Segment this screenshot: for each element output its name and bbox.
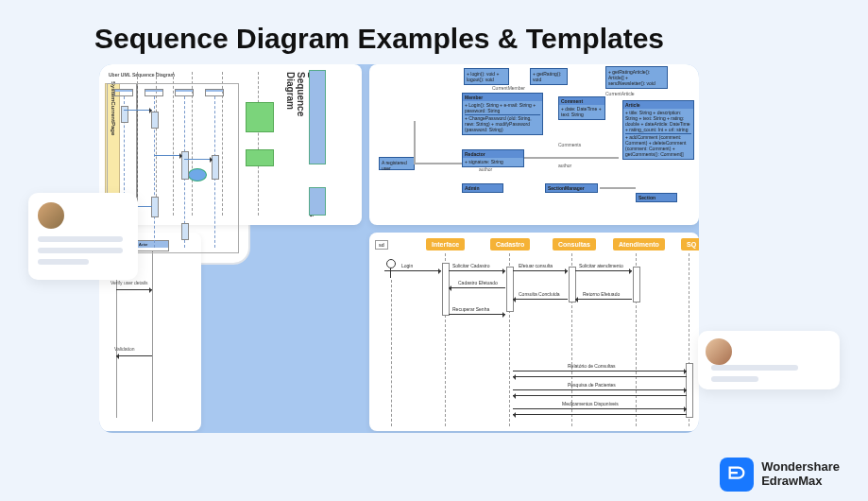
ref-current-article: CurrentArticle [605,91,635,96]
msg-solicitar-atendimento: Solicitar atendimento [579,263,623,268]
msg-solicitar-cadastro: Solicitar Cadastro [452,263,489,268]
arrow [513,270,568,271]
activation [181,223,189,240]
lifeline-sq: SQ [681,238,699,250]
actor-head [386,259,396,268]
comment-bubble-right [698,331,840,389]
msg-login: Login [401,263,413,268]
lifeline [258,72,259,216]
brand-logo: Wondershare EdrawMax [720,458,840,492]
activation [151,112,159,129]
class-section: Section [636,193,677,202]
connector [414,121,416,164]
lifeline-consultas: Consultas [553,238,596,250]
arrow [184,159,213,160]
lifeline-interface: Interface [426,238,465,250]
arrow [513,376,687,377]
msg-validate: Validation [114,346,135,352]
product-name: EdrawMax [761,475,840,489]
arrow [513,408,687,409]
arrow [124,110,152,111]
lifeline [391,280,392,426]
activation-green [246,102,274,132]
text-placeholder-line [711,365,798,371]
arrow [513,299,568,300]
class-member: Member+ Login(): String + e-mail: String… [462,93,543,135]
text-placeholder-line [38,248,123,253]
arrow [154,155,182,156]
class-top1: + login(): void + logout(): void [464,68,509,85]
arrow-verify [116,289,152,290]
text-placeholder-line [711,376,758,382]
frame-label: sd [375,240,388,250]
msg-consulta-concluida: Consulta Concluída [519,291,560,297]
avatar [38,202,64,229]
lifeline-head [114,89,133,96]
msg-retorno-efetuado: Retorno Efetuado [583,291,620,297]
msg-medicamentos: Medicamentos Disponíveis [562,401,619,406]
class-comment: Comment+ date: DateTime + text: String [558,96,605,120]
avatar [706,338,732,365]
arrow-validate [116,355,152,356]
ref-current-member: CurrentMember [492,85,525,91]
class-redactor: Redactor+ signature: String [462,149,524,167]
template-card-class-diagram: + login(): void + logout(): void + getRa… [369,64,699,225]
msg-verify: Verify user details [111,280,147,285]
template-card-cadastro-sequence: sd Interface Cadastro Consultas Atendime… [369,233,699,431]
activation-green [246,149,274,166]
lifeline-box-blue [309,70,326,164]
activation [121,106,128,123]
class-top3: + getRatingArticle(): Article[] + sendNe… [605,66,668,89]
connector [524,157,619,159]
arrow [513,389,687,390]
msg-cadastro-efetuado: Cadastro Efetuado [458,280,498,285]
msg-recuperar-senha: Recuperar Senha [452,306,489,312]
ref-author: author [479,166,492,172]
arrow [513,395,687,396]
class-top2: + getRating(): void [530,68,568,85]
class-admin: Admin [462,183,503,193]
lifeline-box-class [309,187,326,216]
ref-comments: Comments [558,142,581,147]
msg-efetuar-consulta: Efetuar consulta [519,263,553,268]
arrow [449,270,505,271]
comment-bubble-left [28,193,138,280]
arrow [449,287,505,288]
ref-author2: author [558,163,571,168]
page-title: Sequence Diagram Examples & Templates [94,23,664,55]
msg-pesquisa: Pesquisa de Pacientes [568,382,616,388]
phone-title: Uber UML Sequence Diagram [109,72,175,78]
lifeline-cadastro: Cadastro [490,238,530,250]
msg-relatorio: Relatório de Consultas [568,363,616,369]
text-placeholder-line [38,236,123,242]
lifeline-atendimento: Atendimento [613,238,665,250]
lifeline-head [205,89,224,96]
arrow [513,414,687,415]
template-collage: L Sequence Diagram Class SystemCurrentPa… [99,64,699,433]
connector [414,163,462,164]
connector [600,187,636,189]
lifeline [152,251,153,422]
class-registered-user: A registered user [379,157,415,170]
class-section-manager: SectionManager [545,183,598,193]
arrow [392,270,441,271]
arrow [449,314,505,315]
text-placeholder-line [38,259,89,265]
edrawmax-icon [720,458,754,492]
arrow [575,299,632,300]
lifeline-head [175,89,194,96]
brand-text: Wondershare EdrawMax [761,460,840,489]
brand-name: Wondershare [761,460,840,475]
activation [151,197,159,217]
arrow [513,371,687,371]
arrow [575,270,632,271]
class-article: Article+ title: String + description: St… [622,100,694,160]
lifeline-head [145,89,163,96]
